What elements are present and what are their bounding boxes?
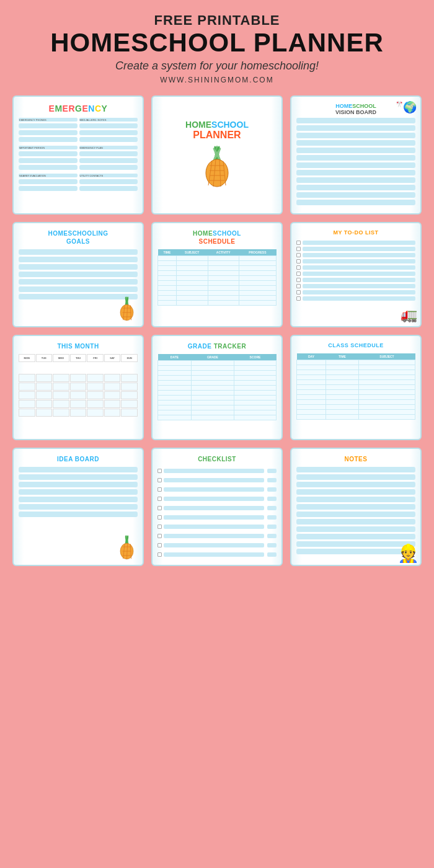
- class-table: DAY TIME SUBJECT: [296, 353, 415, 420]
- cal-cell: [121, 400, 138, 408]
- todo-item: [296, 296, 415, 301]
- cal-cell: [53, 374, 69, 382]
- card-schedule: HOMESCHOOL SCHEDULE TIME SUBJECT ACTIVIT…: [151, 222, 283, 327]
- cal-cell: [104, 400, 121, 408]
- construction-kid-icon: 👷: [397, 543, 419, 564]
- cal-cell: [70, 391, 87, 399]
- idea-board-title: IDEA BOARD: [19, 455, 138, 463]
- header-title: HOMESCHOOL PLANNER: [50, 29, 384, 57]
- cal-cell: [121, 374, 138, 382]
- cal-cell: [36, 383, 53, 391]
- class-col-day: DAY: [297, 353, 326, 360]
- pineapple-icon: [198, 141, 236, 190]
- checklist-item: [157, 506, 277, 510]
- svg-point-1: [215, 146, 219, 163]
- cal-header: THU: [70, 354, 87, 362]
- cal-cell: [19, 374, 35, 382]
- checklist-title: CHECKLIST: [157, 455, 277, 463]
- grade-col-grade: GRADE: [191, 354, 234, 361]
- cal-cell: [104, 409, 121, 417]
- calendar-grid: MON TUE WED THU FRI SAT SUN: [19, 354, 138, 417]
- card-notes: NOTES 👷: [290, 448, 422, 566]
- cal-cell: [87, 391, 104, 399]
- card-grid: EMERGENCY EMERGENCY PHONES MED./ALLERG. …: [12, 95, 422, 566]
- card-grade-tracker: GRADE TRACKER DATE GRADE SCORE: [151, 335, 283, 440]
- notes-title: NOTES: [296, 455, 415, 463]
- page-header: FREE PRINTABLE HOMESCHOOL PLANNER Create…: [50, 12, 384, 84]
- header-free: FREE PRINTABLE: [50, 12, 384, 29]
- grade-col-score: SCORE: [234, 354, 276, 361]
- cal-cell: [104, 391, 121, 399]
- cal-cell: [70, 383, 87, 391]
- todo-item: [296, 265, 415, 270]
- checklist-item: [157, 497, 277, 501]
- card-checklist: CHECKLIST: [151, 448, 283, 566]
- cal-cell: [19, 400, 35, 408]
- truck-icon: 🚛: [401, 307, 417, 323]
- class-col-subject: SUBJECT: [359, 353, 415, 360]
- card-calendar: THIS MONTH MON TUE WED THU FRI SAT SUN: [12, 335, 144, 440]
- todo-item: [296, 272, 415, 276]
- schedule-title: HOMESCHOOL SCHEDULE: [157, 229, 277, 246]
- checklist-item: [157, 478, 277, 482]
- todo-item: [296, 290, 415, 294]
- todo-title: MY TO-DO LIST: [296, 229, 415, 237]
- cal-cell: [121, 383, 138, 391]
- cal-header: MON: [19, 354, 35, 362]
- emergency-title: EMERGENCY: [19, 103, 138, 114]
- cal-cell: [36, 391, 53, 399]
- cal-cell: [87, 400, 104, 408]
- checklist-item: [157, 543, 277, 547]
- checklist-item: [157, 469, 277, 473]
- pineapple-small-icon: [116, 293, 138, 323]
- checklist-item: [157, 515, 277, 520]
- cal-cell: [36, 374, 53, 382]
- class-col-time: TIME: [326, 353, 358, 360]
- checklist-item: [157, 525, 277, 529]
- card-emergency: EMERGENCY EMERGENCY PHONES MED./ALLERG. …: [12, 95, 144, 215]
- card-vision-board: HOMESCHOOL VISION BOARD 🌍 🎌: [290, 95, 422, 215]
- schedule-col-time: TIME: [158, 249, 177, 256]
- schedule-col-subject: SUBJECT: [176, 249, 208, 256]
- cal-cell: [87, 374, 104, 382]
- todo-item: [296, 278, 415, 282]
- pineapple-idea-icon: [116, 532, 138, 562]
- cal-cell: [70, 374, 87, 382]
- grade-tracker-title: GRADE TRACKER: [157, 342, 277, 350]
- todo-item: [296, 284, 415, 288]
- schedule-table: TIME SUBJECT ACTIVITY PROGRESS: [157, 249, 277, 306]
- cal-cell: [19, 409, 35, 417]
- cal-cell: [104, 383, 121, 391]
- calendar-title: THIS MONTH: [19, 342, 138, 350]
- cal-cell: [53, 400, 69, 408]
- cal-cell: [36, 409, 53, 417]
- card-todo: MY TO-DO LIST 🚛: [290, 222, 422, 327]
- cal-cell: [87, 383, 104, 391]
- goals-title: HOMESCHOOLINGGOALS: [19, 229, 138, 246]
- globe-icon: 🌍: [403, 100, 417, 114]
- cal-cell: [53, 383, 69, 391]
- todo-item: [296, 259, 415, 264]
- cal-cell: [121, 391, 138, 399]
- cal-cell: [87, 409, 104, 417]
- cal-header: SAT: [104, 354, 121, 362]
- checklist-item: [157, 552, 277, 557]
- header-url: WWW.SHININGMOM.COM: [50, 76, 384, 84]
- schedule-col-progress: PROGRESS: [239, 249, 276, 256]
- cal-cell: [104, 374, 121, 382]
- todo-item: [296, 247, 415, 251]
- cal-cell: [53, 391, 69, 399]
- grade-table: DATE GRADE SCORE: [157, 354, 277, 420]
- cal-cell: [121, 409, 138, 417]
- card-class-schedule: CLASS SCHEDULE DAY TIME SUBJECT: [290, 335, 422, 440]
- grade-col-date: DATE: [158, 354, 192, 361]
- flags-icon: 🎌: [396, 100, 403, 107]
- cal-header: WED: [53, 354, 69, 362]
- cal-cell: [36, 400, 53, 408]
- cal-cell: [19, 391, 35, 399]
- cal-header: TUE: [36, 354, 53, 362]
- cal-cell: [70, 400, 87, 408]
- cal-header: FRI: [87, 354, 104, 362]
- class-schedule-title: CLASS SCHEDULE: [296, 342, 415, 350]
- cal-header: SUN: [121, 354, 138, 362]
